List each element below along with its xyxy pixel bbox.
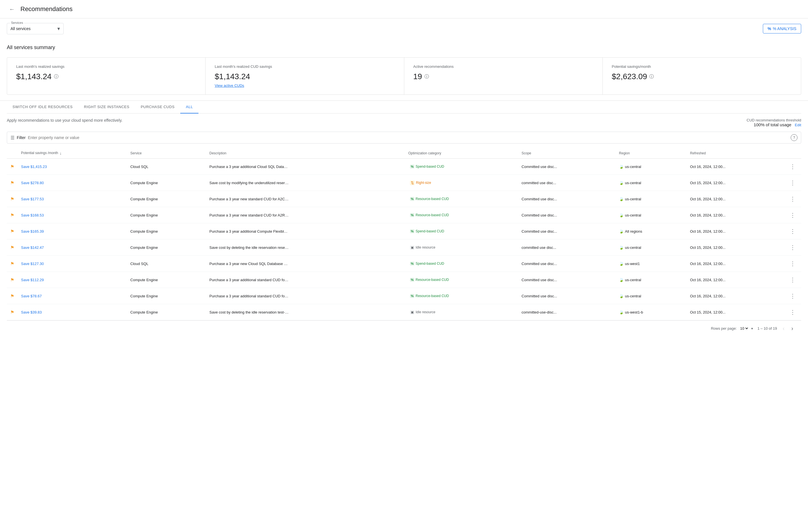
more-actions-button[interactable]: ⋮ bbox=[788, 243, 798, 252]
service-cell: Compute Engine bbox=[127, 272, 206, 288]
next-page-button[interactable]: › bbox=[790, 324, 794, 333]
card-value-3: $2,623.09 ⓘ bbox=[612, 72, 792, 81]
more-actions-button[interactable]: ⋮ bbox=[788, 259, 798, 268]
info-icon-2[interactable]: ⓘ bbox=[424, 74, 429, 80]
flag-cell: ⚑ bbox=[7, 158, 18, 175]
region-text: 🍃 All regions bbox=[619, 229, 683, 233]
region-text: 🍃 us-central bbox=[619, 213, 683, 217]
region-icon: 🍃 bbox=[619, 197, 624, 201]
more-actions-button[interactable]: ⋮ bbox=[788, 178, 798, 187]
savings-link[interactable]: Save $127.30 bbox=[21, 262, 44, 266]
description-text: Purchase a 3 year additional Cloud SQL D… bbox=[209, 165, 289, 169]
savings-link[interactable]: Save $278.80 bbox=[21, 181, 44, 185]
opt-category-cell: % Resource-based CUD bbox=[405, 207, 518, 223]
region-cell: 🍃 us-west1 bbox=[616, 255, 686, 272]
filter-input[interactable] bbox=[28, 135, 791, 140]
region-text: 🍃 us-central bbox=[619, 197, 683, 201]
savings-cell: Save $78.67 bbox=[18, 288, 127, 304]
savings-cell: Save $165.39 bbox=[18, 223, 127, 240]
summary-cards: Last month's realized savings $1,143.24 … bbox=[7, 57, 801, 95]
info-icon-3[interactable]: ⓘ bbox=[649, 74, 654, 80]
savings-link[interactable]: Save $168.53 bbox=[21, 213, 44, 217]
more-actions-button[interactable]: ⋮ bbox=[788, 194, 798, 204]
back-button[interactable]: ← bbox=[7, 4, 17, 14]
more-actions-button[interactable]: ⋮ bbox=[788, 162, 798, 171]
info-icon-0[interactable]: ⓘ bbox=[54, 74, 58, 80]
filter-label: Filter bbox=[17, 135, 25, 140]
col-refreshed: Refreshed bbox=[687, 148, 784, 158]
toolbar: Services All services ▾ % % ANALYSIS bbox=[0, 18, 808, 39]
opt-category-cell: ⇅ Right-size bbox=[405, 175, 518, 191]
description-cell: Purchase a 3 year additional standard CU… bbox=[206, 272, 405, 288]
scope-cell: Committed use disc... bbox=[518, 288, 616, 304]
sort-down-icon[interactable]: ↓ bbox=[60, 151, 61, 155]
description-cell: Save cost by deleting the idle reservati… bbox=[206, 240, 405, 255]
analysis-button[interactable]: % % ANALYSIS bbox=[763, 24, 801, 34]
help-icon[interactable]: ? bbox=[791, 134, 797, 141]
tab-right-size[interactable]: RIGHT SIZE INSTANCES bbox=[78, 101, 135, 114]
scope-cell: Committed use disc... bbox=[518, 158, 616, 175]
more-actions-button[interactable]: ⋮ bbox=[788, 211, 798, 220]
savings-link[interactable]: Save $177.53 bbox=[21, 197, 44, 201]
region-cell: 🍃 us-central bbox=[616, 175, 686, 191]
description-text: Save cost by deleting the idle reservati… bbox=[209, 310, 289, 315]
region-cell: 🍃 us-central bbox=[616, 272, 686, 288]
opt-badge: % Spend-based CUD bbox=[408, 164, 446, 169]
flag-icon: ⚑ bbox=[10, 245, 14, 250]
summary-section: All services summary Last month's realiz… bbox=[0, 39, 808, 101]
savings-cell: Save $142.47 bbox=[18, 240, 127, 255]
more-actions-button[interactable]: ⋮ bbox=[788, 291, 798, 301]
tab-purchase-cuds[interactable]: PURCHASE CUDS bbox=[135, 101, 180, 114]
opt-badge: ▣ Idle resource bbox=[408, 309, 437, 315]
opt-category-cell: % Spend-based CUD bbox=[405, 158, 518, 175]
savings-link[interactable]: Save $112.29 bbox=[21, 278, 44, 282]
region-text: 🍃 us-central bbox=[619, 180, 683, 185]
more-actions-button[interactable]: ⋮ bbox=[788, 275, 798, 284]
savings-link[interactable]: Save $142.47 bbox=[21, 245, 44, 250]
tab-switch-off-idle[interactable]: SWITCH OFF IDLE RESOURCES bbox=[7, 101, 78, 114]
flag-icon: ⚑ bbox=[10, 294, 14, 299]
service-cell: Cloud SQL bbox=[127, 158, 206, 175]
cud-threshold-label: CUD recommendations threshold bbox=[747, 118, 801, 122]
savings-cell: Save $1,415.23 bbox=[18, 158, 127, 175]
rows-per-page-select[interactable]: 10 25 50 bbox=[739, 326, 749, 331]
more-actions-button[interactable]: ⋮ bbox=[788, 308, 798, 317]
description-cell: Purchase a 3 year additional Cloud SQL D… bbox=[206, 158, 405, 175]
flag-icon: ⚑ bbox=[10, 213, 14, 217]
cud-threshold: CUD recommendations threshold 100% of to… bbox=[747, 118, 801, 127]
tab-all[interactable]: ALL bbox=[180, 101, 199, 114]
cud-edit-link[interactable]: Edit bbox=[795, 123, 801, 127]
more-actions-cell: ⋮ bbox=[784, 240, 801, 255]
savings-link[interactable]: Save $78.67 bbox=[21, 294, 42, 298]
region-cell: 🍃 All regions bbox=[616, 223, 686, 240]
description-text: Save cost by modifying the underutilized… bbox=[209, 181, 289, 185]
flag-icon: ⚑ bbox=[10, 278, 14, 282]
region-cell: 🍃 us-central bbox=[616, 158, 686, 175]
savings-link[interactable]: Save $165.39 bbox=[21, 229, 44, 233]
card-label-1: Last month's realized CUD savings bbox=[215, 64, 394, 69]
table-row: ⚑ Save $278.80 Compute Engine Save cost … bbox=[7, 175, 801, 191]
analysis-percent-icon: % bbox=[768, 26, 771, 31]
flag-cell: ⚑ bbox=[7, 207, 18, 223]
services-dropdown[interactable]: Services All services ▾ bbox=[7, 23, 63, 34]
col-description: Description bbox=[206, 148, 405, 158]
region-icon: 🍃 bbox=[619, 294, 624, 298]
flag-icon: ⚑ bbox=[10, 229, 14, 234]
region-icon: 🍃 bbox=[619, 164, 624, 169]
prev-page-button[interactable]: ‹ bbox=[782, 324, 786, 333]
region-icon: 🍃 bbox=[619, 213, 624, 217]
opt-badge: % Resource-based CUD bbox=[408, 293, 451, 299]
refreshed-cell: Oct 16, 2024, 12:00... bbox=[687, 272, 784, 288]
more-actions-cell: ⋮ bbox=[784, 223, 801, 240]
card-label-2: Active recommendations bbox=[414, 64, 593, 69]
more-actions-button[interactable]: ⋮ bbox=[788, 227, 798, 236]
savings-cell: Save $168.53 bbox=[18, 207, 127, 223]
view-active-cuds-link[interactable]: View active CUDs bbox=[215, 83, 394, 88]
card-label-0: Last month's realized savings bbox=[16, 64, 196, 69]
region-text: 🍃 us-central bbox=[619, 294, 683, 298]
region-text: 🍃 us-central bbox=[619, 164, 683, 169]
savings-link[interactable]: Save $1,415.23 bbox=[21, 165, 47, 169]
content-header: Apply recommendations to use your cloud … bbox=[7, 118, 801, 127]
col-scope: Scope bbox=[518, 148, 616, 158]
savings-link[interactable]: Save $39.83 bbox=[21, 310, 42, 315]
